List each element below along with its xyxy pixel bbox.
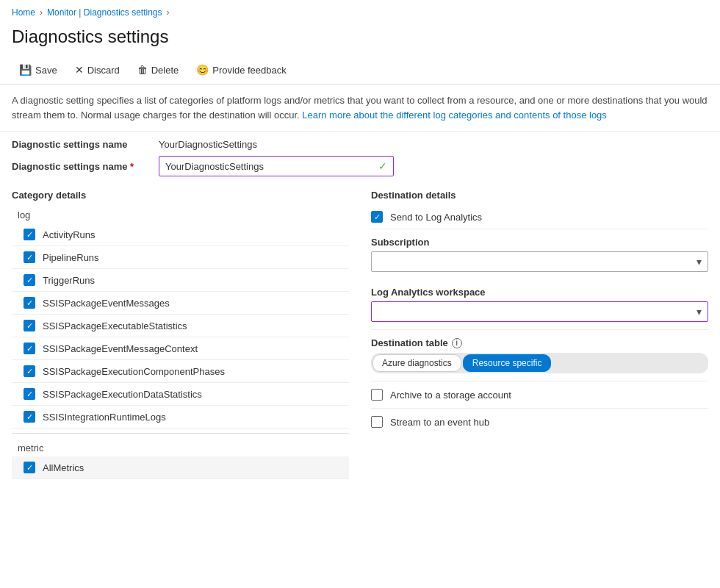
settings-input-text: YourDiagnosticSettings	[165, 161, 378, 172]
log-label-3: SSISPackageEventMessages	[43, 298, 170, 309]
log-checkbox-6[interactable]: ✓	[24, 365, 35, 377]
log-checkmark-5: ✓	[26, 345, 33, 353]
log-label-8: SSISIntegrationRuntimeLogs	[43, 412, 166, 423]
log-checkbox-5[interactable]: ✓	[24, 343, 35, 354]
feedback-icon: 😊	[196, 64, 209, 76]
discard-button[interactable]: ✕ Discard	[68, 60, 127, 79]
input-valid-icon: ✓	[378, 160, 387, 172]
delete-icon: 🗑	[137, 64, 148, 76]
log-item[interactable]: ✓ TriggerRuns	[12, 269, 349, 292]
log-analytics-checkmark: ✓	[374, 212, 381, 222]
metric-group-label: metric	[12, 438, 349, 456]
log-checkmark-2: ✓	[26, 276, 33, 284]
category-header: Category details	[12, 184, 349, 205]
log-item[interactable]: ✓ SSISPackageExecutionComponentPhases	[12, 360, 349, 383]
log-item[interactable]: ✓ SSISPackageExecutionDataStatistics	[12, 383, 349, 406]
archive-label: Archive to a storage account	[390, 390, 511, 401]
log-checkmark-3: ✓	[26, 299, 33, 307]
settings-input-row: Diagnostic settings name * YourDiagnosti…	[0, 153, 720, 184]
log-item[interactable]: ✓ SSISIntegrationRuntimeLogs	[12, 406, 349, 429]
log-item[interactable]: ✓ SSISPackageEventMessages	[12, 292, 349, 315]
breadcrumb: Home › Monitor | Diagnostics settings ›	[0, 0, 720, 22]
log-item[interactable]: ✓ SSISPackageExecutableStatistics	[12, 315, 349, 337]
destination-table-info-icon[interactable]: i	[452, 338, 462, 348]
log-checkmark-1: ✓	[26, 254, 33, 262]
log-label-7: SSISPackageExecutionDataStatistics	[43, 389, 202, 400]
log-checkmark-7: ✓	[26, 390, 33, 398]
log-label-2: TriggerRuns	[43, 275, 95, 286]
metric-checkmark-0: ✓	[26, 464, 33, 472]
destination-table-options: Azure diagnosticsResource specific	[371, 353, 708, 373]
save-button[interactable]: 💾 Save	[12, 60, 65, 79]
description-link[interactable]: Learn more about the different log categ…	[302, 110, 607, 121]
stream-checkbox[interactable]	[371, 416, 383, 428]
settings-input-label: Diagnostic settings name *	[12, 161, 159, 172]
log-checkbox-3[interactable]: ✓	[24, 297, 35, 309]
description-block: A diagnostic setting specifies a list of…	[0, 85, 720, 132]
main-content: Category details log ✓ ActivityRuns ✓ Pi…	[0, 184, 720, 479]
log-metric-divider	[12, 433, 349, 434]
page-title: Diagnostics settings	[0, 22, 720, 56]
delete-button[interactable]: 🗑 Delete	[130, 60, 187, 79]
log-checkbox-2[interactable]: ✓	[24, 274, 35, 286]
required-indicator: *	[130, 161, 134, 172]
feedback-label: Provide feedback	[212, 65, 286, 76]
subscription-label: Subscription	[371, 237, 708, 248]
feedback-button[interactable]: 😊 Provide feedback	[189, 60, 293, 79]
metric-item[interactable]: ✓ AllMetrics	[12, 456, 349, 479]
log-checkbox-1[interactable]: ✓	[24, 251, 35, 263]
log-analytics-row[interactable]: ✓ Send to Log Analytics	[371, 205, 708, 229]
destination-table-row: Destination table i Azure diagnosticsRes…	[371, 329, 708, 381]
log-checkbox-8[interactable]: ✓	[24, 411, 35, 423]
save-label: Save	[35, 65, 57, 76]
settings-name-input[interactable]: YourDiagnosticSettings ✓	[159, 156, 394, 176]
log-checkmark-8: ✓	[26, 413, 33, 421]
metric-label-0: AllMetrics	[43, 462, 84, 473]
breadcrumb-monitor[interactable]: Monitor | Diagnostics settings	[47, 7, 162, 18]
metric-checkbox-0[interactable]: ✓	[24, 462, 35, 473]
delete-label: Delete	[151, 65, 179, 76]
settings-name-display-label: Diagnostic settings name	[12, 139, 159, 150]
table-options-container: Azure diagnosticsResource specific	[372, 354, 551, 372]
workspace-select[interactable]: ▾	[371, 301, 708, 322]
discard-icon: ✕	[75, 64, 84, 76]
settings-name-display-value: YourDiagnosticSettings	[159, 139, 257, 150]
log-item[interactable]: ✓ SSISPackageEventMessageContext	[12, 337, 349, 360]
log-checkbox-4[interactable]: ✓	[24, 320, 35, 331]
log-checkmark-0: ✓	[26, 231, 33, 239]
log-label-4: SSISPackageExecutableStatistics	[43, 320, 187, 331]
subscription-select[interactable]: ▾	[371, 251, 708, 272]
workspace-group: Log Analytics workspace ▾	[371, 279, 708, 329]
stream-row[interactable]: Stream to an event hub	[371, 408, 708, 435]
log-label-5: SSISPackageEventMessageContext	[43, 343, 198, 354]
destination-section: Destination details ✓ Send to Log Analyt…	[364, 184, 708, 479]
destination-table-label: Destination table i	[371, 337, 708, 348]
breadcrumb-sep2: ›	[167, 7, 170, 18]
log-checkbox-0[interactable]: ✓	[24, 229, 35, 240]
log-label-0: ActivityRuns	[43, 229, 96, 240]
metric-items-container: ✓ AllMetrics	[12, 456, 349, 479]
log-item[interactable]: ✓ PipelineRuns	[12, 246, 349, 269]
category-section: Category details log ✓ ActivityRuns ✓ Pi…	[12, 184, 364, 479]
log-checkmark-6: ✓	[26, 368, 33, 376]
breadcrumb-home[interactable]: Home	[12, 7, 35, 18]
breadcrumb-sep1: ›	[40, 7, 43, 18]
archive-checkbox[interactable]	[371, 389, 383, 401]
log-item[interactable]: ✓ ActivityRuns	[12, 223, 349, 246]
toolbar: 💾 Save ✕ Discard 🗑 Delete 😊 Provide feed…	[0, 56, 720, 85]
stream-label: Stream to an event hub	[390, 417, 489, 428]
discard-label: Discard	[87, 65, 120, 76]
log-analytics-checkbox[interactable]: ✓	[371, 211, 383, 223]
log-group-label: log	[12, 205, 349, 223]
log-checkmark-4: ✓	[26, 322, 33, 330]
log-analytics-label: Send to Log Analytics	[390, 212, 482, 223]
subscription-group: Subscription ▾	[371, 229, 708, 279]
table-option-1[interactable]: Resource specific	[463, 354, 552, 372]
save-icon: 💾	[19, 64, 32, 76]
table-option-0[interactable]: Azure diagnostics	[372, 354, 461, 372]
workspace-label: Log Analytics workspace	[371, 287, 708, 298]
archive-row[interactable]: Archive to a storage account	[371, 381, 708, 408]
log-checkbox-7[interactable]: ✓	[24, 388, 35, 400]
workspace-arrow-icon: ▾	[696, 306, 702, 318]
log-items-container: ✓ ActivityRuns ✓ PipelineRuns ✓ TriggerR…	[12, 223, 349, 429]
